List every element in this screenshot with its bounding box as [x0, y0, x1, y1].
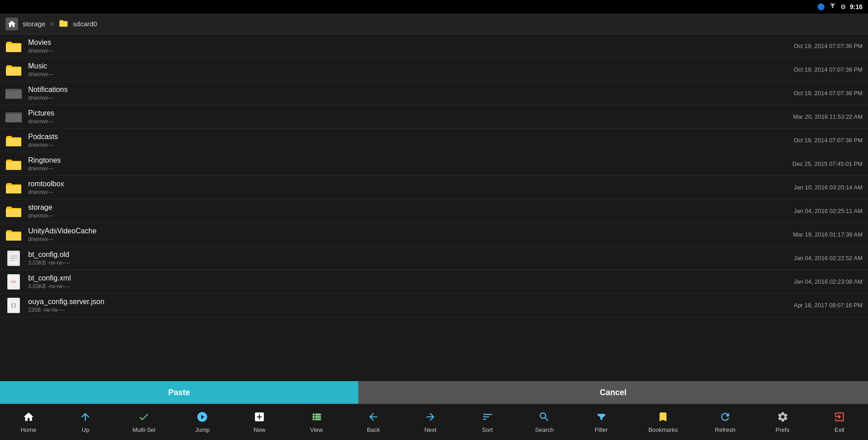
folder-icon	[5, 179, 22, 196]
toolbar-btn-back[interactable]: Back	[360, 409, 387, 435]
file-info: storage drwxrwx---	[28, 203, 785, 219]
list-item[interactable]: Music drwxrwx--- Oct 19, 2014 07:07:36 P…	[0, 58, 868, 82]
toolbar-btn-sort[interactable]: Sort	[474, 409, 501, 435]
toolbar-btn-refresh[interactable]: Refresh	[711, 409, 739, 435]
file-date: Jan 10, 2016 03:20:14 AM	[794, 184, 863, 191]
toolbar-btn-jump[interactable]: Jump	[189, 409, 216, 435]
file-perms: 3.03KB -rw-rw----	[28, 283, 785, 290]
file-info: Ringtones drwxrwx---	[28, 156, 783, 172]
file-perms: drwxrwx---	[28, 118, 784, 125]
file-info: romtoolbox drwxrwx---	[28, 180, 785, 195]
list-item[interactable]: Ringtones drwxrwx--- Dec 25, 2015 07:45:…	[0, 152, 868, 176]
file-info: Podcasts drwxrwx---	[28, 133, 785, 148]
path-sdcard0[interactable]: sdcard0	[73, 20, 97, 28]
folder-icon	[5, 38, 22, 54]
toolbar-btn-exit[interactable]: Exit	[826, 409, 853, 435]
list-item[interactable]: { } ouya_config.server.json 235B -rw-rw-…	[0, 294, 868, 317]
file-perms: drwxrwx---	[28, 236, 784, 242]
file-icon	[5, 250, 22, 266]
bookmarks-icon	[657, 411, 669, 425]
list-item[interactable]: Movies drwxrwx--- Oct 19, 2014 07:07:36 …	[0, 34, 868, 58]
toolbar-btn-prefs[interactable]: Prefs	[769, 409, 796, 435]
file-date: Mar 19, 2016 01:17:39 AM	[793, 231, 863, 238]
toolbar-label-jump: Jump	[195, 426, 210, 433]
new-icon	[254, 411, 265, 425]
path-storage[interactable]: storage	[23, 20, 45, 28]
file-name: bt_config.xml	[28, 274, 785, 282]
folder-icon	[5, 132, 22, 149]
file-perms: drwxrwx---	[28, 165, 783, 172]
file-date: Oct 19, 2014 07:07:36 PM	[794, 137, 863, 144]
file-name: Podcasts	[28, 133, 785, 141]
file-icon: </>	[5, 274, 22, 290]
toolbar-btn-filter[interactable]: Filter	[588, 409, 615, 435]
view-icon	[311, 411, 322, 425]
file-perms: drwxrwx---	[28, 189, 785, 195]
folder-icon	[5, 227, 22, 243]
toolbar-label-sort: Sort	[482, 426, 493, 433]
toolbar: Home Up Multi-Sel Jump New View Back Nex…	[0, 404, 868, 440]
list-item[interactable]: UnityAdsVideoCache drwxrwx--- Mar 19, 20…	[0, 223, 868, 247]
file-date: Jan 04, 2016 02:25:11 AM	[794, 208, 863, 214]
toolbar-btn-next[interactable]: Next	[417, 409, 444, 435]
toolbar-btn-multisel[interactable]: Multi-Sel	[129, 409, 159, 435]
list-item[interactable]: romtoolbox drwxrwx--- Jan 10, 2016 03:20…	[0, 176, 868, 199]
file-perms: drwxrwx---	[28, 213, 785, 219]
next-icon	[424, 411, 436, 425]
file-date: Jan 04, 2016 02:23:08 AM	[794, 278, 863, 285]
toolbar-label-view: View	[310, 426, 323, 433]
list-item[interactable]: </> bt_config.xml 3.03KB -rw-rw---- Jan …	[0, 270, 868, 294]
svg-rect-5	[5, 112, 12, 115]
toolbar-label-back: Back	[367, 426, 380, 433]
search-icon	[538, 411, 550, 425]
toolbar-label-search: Search	[535, 426, 554, 433]
file-name: Ringtones	[28, 156, 783, 164]
toolbar-btn-up[interactable]: Up	[72, 409, 99, 435]
file-date: Dec 25, 2015 07:45:01 PM	[792, 160, 863, 167]
list-item[interactable]: storage drwxrwx--- Jan 04, 2016 02:25:11…	[0, 199, 868, 223]
list-item[interactable]: Notifications drwxrwx--- Oct 19, 2014 07…	[0, 82, 868, 105]
action-bar: Paste Cancel	[0, 381, 868, 404]
list-item[interactable]: Pictures drwxrwx--- Mar 20, 2016 11:53:2…	[0, 105, 868, 129]
file-info: Pictures drwxrwx---	[28, 109, 784, 125]
folder-icon	[5, 203, 22, 219]
cancel-button[interactable]: Cancel	[358, 381, 868, 404]
wifi-icon	[829, 3, 837, 11]
path-folder-icon	[59, 19, 68, 29]
file-list: Movies drwxrwx--- Oct 19, 2014 07:07:36 …	[0, 34, 868, 381]
toolbar-label-new: New	[254, 426, 265, 433]
toolbar-btn-new[interactable]: New	[246, 409, 273, 435]
file-info: Music drwxrwx---	[28, 62, 785, 77]
up-icon	[79, 411, 91, 425]
list-item[interactable]: bt_config.old 3.03KB -rw-rw---- Jan 04, …	[0, 247, 868, 270]
back-icon	[367, 411, 379, 425]
svg-rect-4	[5, 114, 22, 122]
svg-rect-1	[5, 91, 22, 99]
path-bar: storage > sdcard0	[0, 14, 868, 34]
path-home-icon[interactable]	[5, 18, 18, 30]
multisel-icon	[138, 411, 150, 425]
file-icon: { }	[5, 297, 22, 314]
file-date: Oct 19, 2014 07:07:36 PM	[794, 66, 863, 73]
toolbar-btn-view[interactable]: View	[303, 409, 330, 435]
file-date: Jan 04, 2016 02:22:52 AM	[794, 255, 863, 261]
toolbar-label-up: Up	[82, 426, 89, 433]
file-date: Oct 19, 2014 07:07:36 PM	[794, 43, 863, 49]
file-info: bt_config.xml 3.03KB -rw-rw----	[28, 274, 785, 290]
file-name: ouya_config.server.json	[28, 298, 785, 306]
file-name: Notifications	[28, 86, 785, 94]
file-name: Movies	[28, 39, 785, 47]
folder-icon	[5, 109, 22, 125]
toolbar-label-bookmarks: Bookmarks	[649, 426, 678, 433]
list-item[interactable]: Podcasts drwxrwx--- Oct 19, 2014 07:07:3…	[0, 129, 868, 152]
svg-rect-2	[5, 89, 12, 91]
toolbar-btn-search[interactable]: Search	[531, 409, 558, 435]
jump-icon	[196, 411, 208, 425]
paste-button[interactable]: Paste	[0, 381, 358, 404]
toolbar-btn-bookmarks[interactable]: Bookmarks	[645, 409, 682, 435]
file-perms: drwxrwx---	[28, 71, 785, 77]
file-info: Notifications drwxrwx---	[28, 86, 785, 101]
file-info: ouya_config.server.json 235B -rw-rw----	[28, 298, 785, 313]
toolbar-btn-home[interactable]: Home	[15, 409, 42, 435]
file-info: bt_config.old 3.03KB -rw-rw----	[28, 251, 785, 266]
